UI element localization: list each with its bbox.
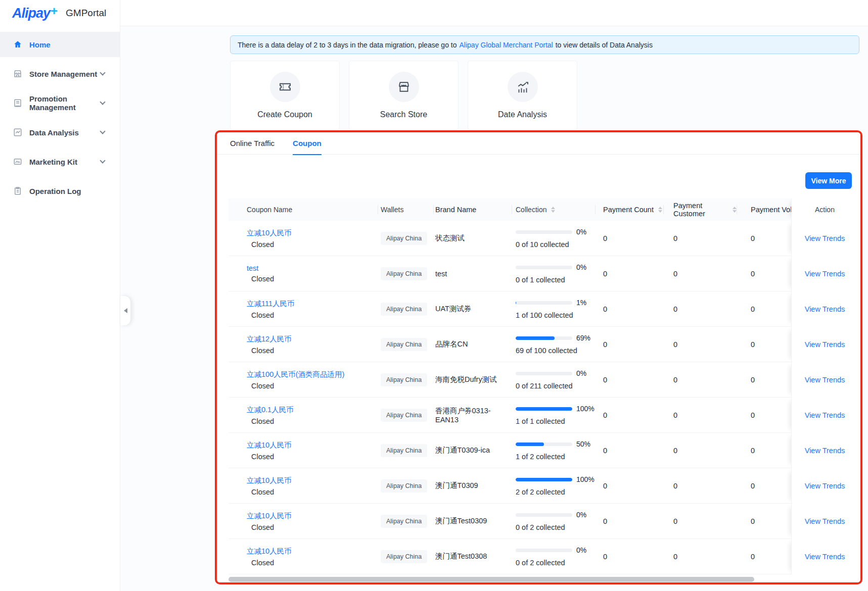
coupon-status: Closed <box>247 453 292 461</box>
tab-online-traffic[interactable]: Online Traffic <box>230 132 275 155</box>
sidebar-item-label: Home <box>29 40 120 49</box>
payment-customer-value: 0 <box>663 221 737 256</box>
brand-name: 澳门通Test0308 <box>433 539 512 574</box>
sidebar-item-store-management[interactable]: Store Management <box>0 61 120 86</box>
collection-percent: 0% <box>576 369 586 377</box>
table-row: 立减111人民币 Closed Alipay China UAT测试券 1% 1… <box>229 291 858 327</box>
card-label: Create Coupon <box>257 110 312 119</box>
coupon-name-link[interactable]: 立减10人民币 <box>247 476 292 485</box>
view-trends-link[interactable]: View Trends <box>805 376 845 384</box>
brand-name: 香港商户券0313-EAN13 <box>433 398 512 433</box>
coupon-panel: Online Traffic Coupon View More Coupon N… <box>217 132 860 582</box>
quick-action-cards: Create Coupon Search Store Date Analysis <box>230 61 577 130</box>
collection-count: 1 of 1 collected <box>516 417 595 425</box>
brand-name: 澳门通T0309 <box>433 468 512 504</box>
notice-text: to view details of Data Analysis <box>556 41 653 49</box>
payment-customer-value: 0 <box>663 291 737 327</box>
collection-progress-bar <box>516 513 572 517</box>
data-delay-notice: There is a data delay of 2 to 3 days in … <box>230 35 859 54</box>
sidebar-item-data-analysis[interactable]: Data Analysis <box>0 120 120 145</box>
chevron-down-icon <box>100 128 105 134</box>
search-store-card[interactable]: Search Store <box>349 61 459 130</box>
collection-progress-bar <box>516 301 572 305</box>
view-trends-link[interactable]: View Trends <box>805 270 845 278</box>
sort-icon[interactable] <box>551 207 555 213</box>
annotation-rectangle: Online Traffic Coupon View More Coupon N… <box>215 130 862 584</box>
coupon-status: Closed <box>247 275 274 283</box>
wallet-tag: Alipay China <box>381 515 427 528</box>
coupon-name-link[interactable]: 立减10人民币 <box>247 228 292 238</box>
column-header-payment-customer[interactable]: Payment Customer <box>663 199 737 221</box>
collection-progress-bar <box>516 230 572 234</box>
icon-circle <box>389 72 419 102</box>
tab-coupon[interactable]: Coupon <box>293 132 322 155</box>
scrollbar-thumb[interactable] <box>229 577 754 582</box>
card-label: Date Analysis <box>498 110 547 119</box>
sidebar-item-home[interactable]: Home <box>0 32 120 57</box>
top-bar <box>120 0 868 26</box>
app-root: Alipay+ GMPortal Home Store Management <box>0 0 868 591</box>
view-trends-link[interactable]: View Trends <box>805 447 845 455</box>
data-analysis-icon <box>13 128 22 137</box>
create-coupon-card[interactable]: Create Coupon <box>230 61 340 130</box>
card-label: Search Store <box>380 110 427 119</box>
sidebar-collapse-handle[interactable] <box>120 296 130 325</box>
table-row: 立减12人民币 Closed Alipay China 品牌名CN 69% 69… <box>229 327 858 362</box>
view-trends-link[interactable]: View Trends <box>805 340 845 349</box>
collection-count: 0 of 10 collected <box>516 240 595 249</box>
sort-icon[interactable] <box>733 207 737 213</box>
view-trends-link[interactable]: View Trends <box>805 553 845 561</box>
sidebar-item-operation-log[interactable]: Operation Log <box>0 178 120 204</box>
collection-count: 1 of 2 collected <box>516 453 595 461</box>
sort-icon[interactable] <box>658 207 662 213</box>
collection-count: 0 of 2 collected <box>516 559 595 567</box>
merchant-portal-link[interactable]: Alipay Global Merchant Portal <box>460 41 553 49</box>
chevron-down-icon <box>100 99 105 105</box>
column-label: Payment Customer <box>673 202 728 218</box>
brand-header: Alipay+ GMPortal <box>0 0 120 26</box>
promotion-icon <box>13 98 22 108</box>
payment-volume-value: 0 <box>737 362 791 398</box>
wallet-tag: Alipay China <box>381 550 427 563</box>
payment-volume-value: 0 <box>737 291 791 327</box>
coupon-name-link[interactable]: 立减10人民币 <box>247 511 292 521</box>
table-header-row: Coupon Name Wallets Brand Name Collectio… <box>229 199 858 221</box>
coupon-icon <box>278 79 293 94</box>
view-trends-link[interactable]: View Trends <box>805 517 845 525</box>
sidebar-item-promotion-management[interactable]: Promotion Management <box>0 90 120 116</box>
brand-name: 海南免税Dufry测试 <box>433 362 512 398</box>
sidebar-item-marketing-kit[interactable]: Marketing Kit <box>0 149 120 174</box>
coupon-name-link[interactable]: 立减0.1人民币 <box>247 405 294 415</box>
collection-percent: 0% <box>576 228 586 236</box>
column-header-collection[interactable]: Collection <box>512 199 595 221</box>
view-more-button[interactable]: View More <box>805 172 852 189</box>
coupon-name-link[interactable]: 立减12人民币 <box>247 334 292 344</box>
payment-customer-value: 0 <box>663 362 737 398</box>
collection-progress-bar <box>516 407 572 411</box>
home-icon <box>13 40 22 49</box>
date-analysis-card[interactable]: Date Analysis <box>468 61 577 130</box>
view-trends-link[interactable]: View Trends <box>805 305 845 313</box>
payment-volume-value: 0 <box>737 539 791 574</box>
sidebar: Alipay+ GMPortal Home Store Management <box>0 0 120 591</box>
coupon-name-link[interactable]: test <box>247 264 274 272</box>
chevron-down-icon <box>100 70 105 75</box>
coupon-name-link[interactable]: 立减10人民币 <box>247 440 292 450</box>
view-trends-link[interactable]: View Trends <box>805 234 845 242</box>
view-trends-link[interactable]: View Trends <box>805 411 845 419</box>
collection-progress-fill <box>516 301 516 305</box>
payment-customer-value: 0 <box>663 504 737 539</box>
coupon-name-link[interactable]: 立减10人民币 <box>247 547 292 556</box>
payment-count-value: 0 <box>595 291 663 327</box>
view-trends-link[interactable]: View Trends <box>805 482 845 490</box>
collection-percent: 69% <box>576 334 590 342</box>
coupon-status: Closed <box>247 417 294 425</box>
column-label: Payment Count <box>603 206 654 214</box>
payment-volume-value: 0 <box>737 398 791 433</box>
coupon-name-link[interactable]: 立减111人民币 <box>247 299 295 309</box>
column-header-payment-volume[interactable]: Payment Volume <box>737 199 791 221</box>
column-header-payment-count[interactable]: Payment Count <box>595 199 663 221</box>
coupon-name-link[interactable]: 立减100人民币(酒类商品适用) <box>247 370 344 379</box>
payment-customer-value: 0 <box>663 327 737 362</box>
chevron-down-icon <box>100 158 105 163</box>
